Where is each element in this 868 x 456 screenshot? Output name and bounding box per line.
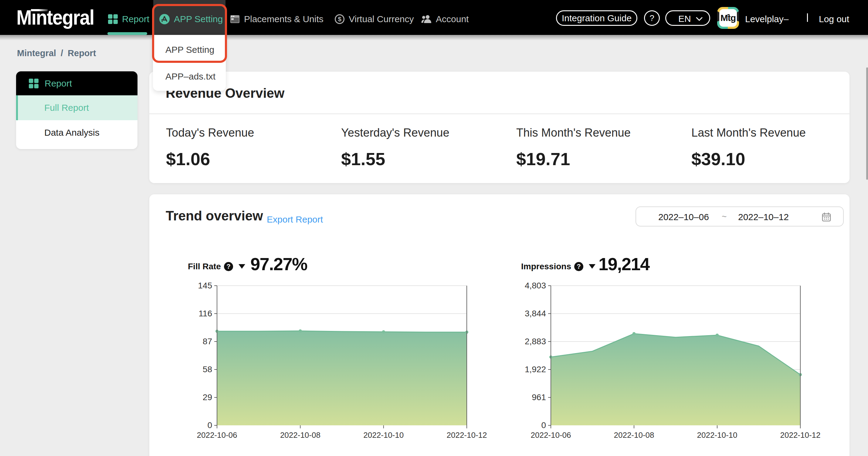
svg-text:961: 961 xyxy=(532,393,546,402)
svg-text:2022-10-12: 2022-10-12 xyxy=(447,430,487,439)
svg-text:2022-10-06: 2022-10-06 xyxy=(197,430,237,439)
svg-text:29: 29 xyxy=(203,393,212,402)
svg-text:2,883: 2,883 xyxy=(525,337,546,346)
svg-text:2022-10-10: 2022-10-10 xyxy=(697,430,738,439)
svg-text:58: 58 xyxy=(203,365,212,374)
svg-text:3,844: 3,844 xyxy=(525,309,546,318)
svg-text:0: 0 xyxy=(207,421,212,430)
svg-text:2022-10-06: 2022-10-06 xyxy=(531,430,571,439)
svg-text:2022-10-08: 2022-10-08 xyxy=(280,430,320,439)
svg-text:87: 87 xyxy=(203,337,212,346)
svg-text:4,803: 4,803 xyxy=(525,281,546,290)
svg-text:145: 145 xyxy=(198,281,212,290)
svg-text:2022-10-08: 2022-10-08 xyxy=(614,430,654,439)
svg-text:2022-10-10: 2022-10-10 xyxy=(363,430,404,439)
svg-text:$: $ xyxy=(338,16,341,23)
svg-text:1,922: 1,922 xyxy=(525,365,546,374)
svg-text:2022-10-12: 2022-10-12 xyxy=(780,430,820,439)
svg-text:0: 0 xyxy=(541,421,546,430)
svg-text:116: 116 xyxy=(198,309,212,318)
